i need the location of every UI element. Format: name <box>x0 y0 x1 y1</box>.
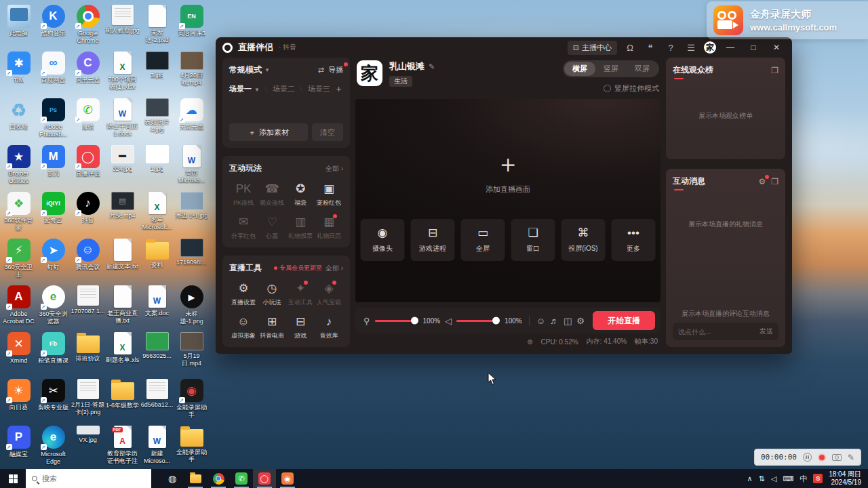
desktop-icon[interactable]: W简历 Microso... <box>174 142 209 188</box>
desktop-icon[interactable]: 6d56ba12... <box>140 375 174 422</box>
mic-volume-slider[interactable] <box>375 320 418 322</box>
desktop-icon[interactable]: P➚融媒宝 <box>1 422 36 469</box>
tool-popularity-box[interactable]: ◈人气宝箱 <box>315 282 343 307</box>
settings-gear-icon[interactable]: ⚙ <box>576 316 585 326</box>
desktop-icon[interactable]: 老王商业直播.txt <box>105 282 140 329</box>
desktop-icon[interactable]: VX.jpg <box>71 422 105 469</box>
live-preview[interactable]: ＋ 添加直播画面 ◉摄像头⊟游戏进程▭全屏❏窗口⌘投屏(iOS)•••更多 <box>355 99 660 302</box>
taskbar-clock[interactable]: 18:04 周日 2024/5/19 <box>829 470 861 487</box>
menu-icon[interactable]: ☰ <box>684 43 698 53</box>
source-ios-cast[interactable]: ⌘投屏(iOS) <box>561 219 606 261</box>
sogou-ime-icon[interactable]: S <box>813 474 823 483</box>
source-camera[interactable]: ◉摄像头 <box>361 219 405 261</box>
desktop-icon[interactable]: ✂➚剪映专业版 <box>36 375 71 422</box>
desktop-icon[interactable]: 树人教育.jpg <box>105 1 140 48</box>
pause-icon[interactable] <box>803 453 812 462</box>
minimize-button[interactable]: — <box>722 43 739 52</box>
desktop-icon[interactable]: 新建文本.txt <box>105 235 140 282</box>
feature-share-redpacket[interactable]: ✉分享红包 <box>229 216 258 241</box>
tool-mini-play[interactable]: ◷小玩法 <box>258 282 286 307</box>
desktop-icon[interactable]: W文案.doc <box>140 282 174 329</box>
desktop-icon[interactable]: ♻回收站 <box>1 95 36 142</box>
desktop-icon[interactable]: Ps➚Adobe Photosh... <box>36 95 71 142</box>
desktop-icon[interactable]: X名单 Microsoft... <box>140 188 174 235</box>
speaker-volume-slider[interactable] <box>456 320 500 322</box>
desktop-icon[interactable]: ∞➚百度网盘 <box>36 48 71 95</box>
director-button[interactable]: ⇄ 导播 <box>318 65 343 75</box>
desktop-icon[interactable]: 全能录屏助手 <box>174 422 209 469</box>
soundcard-icon[interactable]: ♬ <box>550 316 559 326</box>
desktop-icon[interactable]: X700个项目表(1).xlsx <box>105 48 140 95</box>
source-game-process[interactable]: ⊟游戏进程 <box>411 219 455 261</box>
record-icon[interactable] <box>818 453 826 462</box>
desktop-icon[interactable]: e➚360安全浏览器 <box>36 282 71 329</box>
feature-lucky-bag[interactable]: ✪福袋 <box>286 182 315 207</box>
source-fullscreen[interactable]: ▭全屏 <box>461 219 505 261</box>
desktop-icon[interactable]: 1719098I... <box>174 235 209 282</box>
feature-gift-vote[interactable]: ▥礼物投票 <box>286 216 315 241</box>
desktop-icon[interactable]: ❖➚360软件管家 <box>1 188 36 235</box>
close-button[interactable]: ✕ <box>768 43 785 52</box>
camera-toggle-icon[interactable]: ◫ <box>564 316 572 326</box>
desktop-icon[interactable]: ◯➚直播伴侣 <box>71 142 105 188</box>
user-avatar[interactable]: 家 <box>704 41 716 54</box>
mic-icon[interactable]: ⚲ <box>363 316 370 326</box>
desktop-icon[interactable]: K➚酷狗音乐 <box>36 1 71 48</box>
desktop-icon[interactable]: 1707087 1... <box>71 282 105 329</box>
zoom-icon[interactable]: ⊕ <box>527 338 532 346</box>
desktop-icon[interactable]: 2月1日-答题卡(2).png <box>71 375 105 422</box>
taskbar-app-jinzhou-recorder[interactable]: ◉ <box>276 469 299 488</box>
interact-more-link[interactable]: 全部 › <box>326 164 343 174</box>
desktop-icon[interactable]: C➚阿里云盘 <box>71 48 105 95</box>
desktop-icon[interactable]: 1.jpg <box>140 142 174 188</box>
tool-douyin-ecommerce[interactable]: ⊞抖音电商 <box>258 315 286 340</box>
desktop-icon[interactable]: ☀➚向日葵 <box>1 375 36 422</box>
tool-live-settings[interactable]: ⚙直播设置 <box>229 282 258 307</box>
scene-tab[interactable]: 场景二 <box>273 84 295 94</box>
tool-game[interactable]: ⊟游戏 <box>286 315 315 340</box>
desktop-icon[interactable]: ◉➚全能录屏助手 <box>174 375 209 422</box>
desktop-icon[interactable]: W新建 Microso... <box>140 422 174 469</box>
desktop-icon[interactable]: e➚Microsoft Edge <box>36 422 71 469</box>
desktop-icon[interactable]: ✆➚微信 <box>71 95 105 142</box>
desktop-icon[interactable]: 5月19日.mp4 <box>174 329 209 375</box>
taskbar-app-chrome[interactable] <box>207 469 230 488</box>
feature-pk-link[interactable]: PKPK连线 <box>229 182 258 207</box>
desktop-icon[interactable]: X刷题名单.xls <box>105 329 140 375</box>
ime-indicator[interactable]: 中 <box>800 474 807 484</box>
tool-interact-tools[interactable]: ✦互动工具 <box>286 282 315 307</box>
maximize-button[interactable]: □ <box>745 43 762 52</box>
desktop-icon[interactable]: ⚡➚360安全卫士 <box>1 235 36 282</box>
desktop-icon[interactable]: 表姐照片 4.jpg <box>140 95 174 142</box>
desktop-icon[interactable]: ☁➚天翼云盘 <box>174 95 209 142</box>
taskbar-app-wechat[interactable]: ✆ <box>230 469 253 488</box>
tray-expand-icon[interactable]: ∧ <box>747 474 753 483</box>
desktop-icon[interactable]: ▶未标题-1.png <box>174 282 209 329</box>
desktop-icon[interactable]: 海边 1-1.jpg <box>174 188 209 235</box>
desktop-icon[interactable]: ✱➚TIM <box>1 48 36 95</box>
keyboard-icon[interactable]: ⌨ <box>783 474 793 483</box>
source-window-capture[interactable]: ❏窗口 <box>511 219 555 261</box>
desktop-icon[interactable]: ▬024.jpg <box>105 142 140 188</box>
taskbar-app-voice-assistant[interactable]: ◍ <box>161 469 184 488</box>
speaker-icon[interactable]: ◁ <box>445 316 452 326</box>
desktop-icon[interactable]: 9663025... <box>140 329 174 375</box>
clear-button[interactable]: 清空 <box>312 123 343 141</box>
taskbar-search[interactable] <box>26 469 151 488</box>
source-more[interactable]: •••更多 <box>612 219 656 261</box>
desktop-icon[interactable]: Fb➚粉笔直播课 <box>36 329 71 375</box>
desktop-icon[interactable]: M➚墨刀 <box>36 142 71 188</box>
desktop-icon[interactable]: W陈金平简历 1.docx <box>105 95 140 142</box>
send-button[interactable]: 发送 <box>760 327 773 336</box>
mode-dropdown[interactable]: 常规模式 <box>229 64 262 76</box>
add-screen-button[interactable]: ＋ 添加直播画面 <box>486 152 530 195</box>
orientation-option[interactable]: 竖屏 <box>595 62 627 76</box>
desktop-icon[interactable]: 1-6年级数学 <box>105 375 140 422</box>
desktop-icon[interactable]: EN➚英语网课3 <box>174 1 209 48</box>
orientation-option[interactable]: 双屏 <box>627 62 658 76</box>
desktop-icon[interactable]: 3.jpg <box>140 48 174 95</box>
tool-sound-library[interactable]: ♪音效库 <box>315 315 343 340</box>
desktop-icon[interactable]: iQIYI➚爱奇艺 <box>36 188 71 235</box>
desktop-icon[interactable]: ➚Google Chrome <box>71 1 105 48</box>
desktop-icon[interactable]: 未发送-2.psd <box>140 1 174 48</box>
